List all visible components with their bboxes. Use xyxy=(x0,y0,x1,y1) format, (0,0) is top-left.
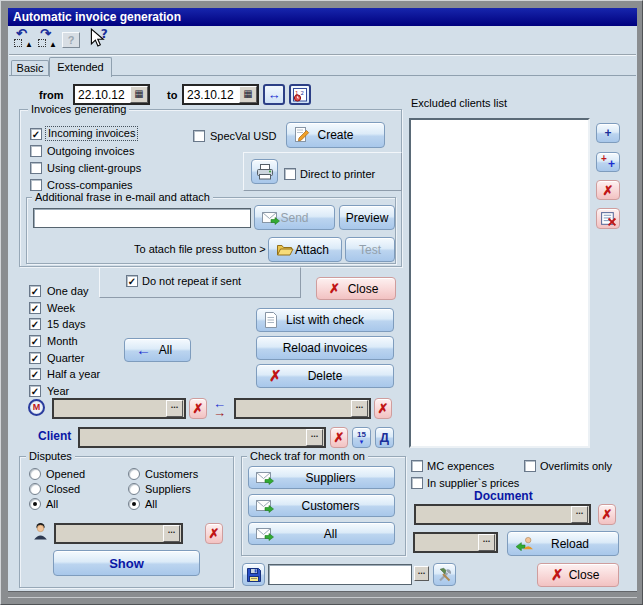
checkbox-supplier-prices[interactable] xyxy=(411,477,423,489)
radio-opened[interactable] xyxy=(29,468,41,480)
send-button[interactable]: Send xyxy=(254,205,335,230)
test-button[interactable]: Test xyxy=(345,237,395,262)
close-bottom-button[interactable]: ✗ Close xyxy=(537,563,619,587)
label-quarter[interactable]: Quarter xyxy=(47,352,84,365)
document-clear-button[interactable]: ✗ xyxy=(598,504,616,525)
from-date-input[interactable] xyxy=(75,86,130,103)
document-small-field[interactable]: ... xyxy=(413,532,498,553)
label-year[interactable]: Year xyxy=(47,385,69,398)
radio-all-kind[interactable] xyxy=(128,498,140,510)
checkbox-quarter[interactable]: ✓ xyxy=(29,352,41,364)
checkbox-overlimits[interactable] xyxy=(524,460,536,472)
checkbox-direct-to-printer[interactable] xyxy=(284,168,296,180)
label-week[interactable]: Week xyxy=(47,302,75,315)
to-calendar-button[interactable]: ▦ xyxy=(239,86,257,103)
label-closed[interactable]: Closed xyxy=(46,483,80,496)
rotate-left-toolbar-button[interactable]: ↶ ▲ xyxy=(13,30,33,49)
help-button[interactable]: ? xyxy=(62,32,80,48)
reload-button[interactable]: Reload xyxy=(507,531,619,556)
checkbox-mc-expences[interactable] xyxy=(411,460,423,472)
manager-clear-button[interactable]: ✗ xyxy=(189,398,207,419)
label-no-repeat[interactable]: Do not repeat if sent xyxy=(142,275,241,288)
tab-basic[interactable]: Basic xyxy=(11,60,49,76)
label-using-client-groups[interactable]: Using client-groups xyxy=(47,162,141,175)
radio-closed[interactable] xyxy=(29,483,41,495)
label-opened[interactable]: Opened xyxy=(46,468,85,481)
all-periods-button[interactable]: ← All xyxy=(124,338,191,362)
second-clear-button[interactable]: ✗ xyxy=(374,398,392,419)
company-logo-icon[interactable]: M xyxy=(28,399,45,416)
checkbox-half-year[interactable]: ✓ xyxy=(29,368,41,380)
checkbox-one-day[interactable]: ✓ xyxy=(29,285,41,297)
client-lookup-field[interactable]: ... xyxy=(78,427,326,448)
attach-button[interactable]: Attach xyxy=(268,237,342,262)
show-button[interactable]: Show xyxy=(53,550,200,576)
manager-browse-button[interactable]: ... xyxy=(166,400,183,417)
to-date-input[interactable] xyxy=(184,86,239,103)
checkbox-specval-usd[interactable] xyxy=(193,130,205,142)
preview-button[interactable]: Preview xyxy=(339,205,395,230)
disputes-browse-button[interactable]: ... xyxy=(163,525,180,542)
document-small-browse-button[interactable]: ... xyxy=(478,534,495,551)
label-customers[interactable]: Customers xyxy=(145,468,198,481)
cyrillic-d-button[interactable]: Д xyxy=(375,427,394,448)
printer-button[interactable] xyxy=(251,159,278,184)
template-browse-button[interactable]: ... xyxy=(414,566,429,581)
template-input[interactable] xyxy=(269,566,411,585)
to-date-field[interactable]: ▦ xyxy=(182,84,259,105)
manager-lookup-field[interactable]: ... xyxy=(52,398,186,419)
label-specval-usd[interactable]: SpecVal USD xyxy=(210,130,276,143)
label-month[interactable]: Month xyxy=(47,335,78,348)
settings-button[interactable] xyxy=(433,563,456,586)
label-15-days[interactable]: 15 days xyxy=(47,318,86,331)
traf-all-button[interactable]: All xyxy=(248,522,395,545)
day-of-month-button[interactable]: 15 ▼ xyxy=(352,427,371,448)
traf-customers-button[interactable]: Customers xyxy=(248,494,395,517)
delete-button[interactable]: ✗ Delete xyxy=(256,364,394,388)
checkbox-incoming-invoices[interactable]: ✓ xyxy=(30,128,42,140)
radio-customers[interactable] xyxy=(128,468,140,480)
checkbox-15-days[interactable]: ✓ xyxy=(29,318,41,330)
checkbox-month[interactable]: ✓ xyxy=(29,335,41,347)
create-button[interactable]: Create xyxy=(286,122,385,148)
remove-client-button[interactable]: ✗ xyxy=(596,180,620,200)
add-client-button[interactable]: + xyxy=(596,123,620,143)
client-browse-button[interactable]: ... xyxy=(306,429,323,446)
excluded-clients-listbox[interactable] xyxy=(409,118,590,448)
rotate-right-toolbar-button[interactable]: ↷ ▲ xyxy=(37,30,57,49)
title-bar[interactable]: Automatic invoice generation xyxy=(8,8,637,26)
swap-arrows-icon[interactable]: ← → xyxy=(213,399,231,417)
traf-suppliers-button[interactable]: Suppliers xyxy=(248,466,395,489)
label-suppliers[interactable]: Suppliers xyxy=(145,483,191,496)
tab-extended[interactable]: Extended xyxy=(49,57,112,77)
checkbox-outgoing-invoices[interactable] xyxy=(30,145,42,157)
from-calendar-button[interactable]: ▦ xyxy=(130,86,148,103)
save-button[interactable] xyxy=(242,563,265,586)
period-calendar-button[interactable] xyxy=(289,84,311,105)
add-group-button[interactable]: + + xyxy=(596,152,620,172)
label-all-status[interactable]: All xyxy=(46,498,58,511)
context-help-icon[interactable] xyxy=(87,28,109,50)
reload-invoices-button[interactable]: Reload invoices xyxy=(256,336,394,360)
disputes-person-field[interactable]: ... xyxy=(54,523,183,544)
checkbox-year[interactable]: ✓ xyxy=(29,385,41,397)
second-browse-button[interactable]: ... xyxy=(351,400,368,417)
label-all-kind[interactable]: All xyxy=(145,498,157,511)
client-clear-button[interactable]: ✗ xyxy=(330,427,348,448)
document-browse-button[interactable]: ... xyxy=(571,506,588,523)
checkbox-cross-companies[interactable] xyxy=(30,179,42,191)
date-span-button[interactable]: ↔ xyxy=(263,84,285,105)
label-incoming-invoices[interactable]: Incoming invoices xyxy=(45,126,138,141)
list-with-check-button[interactable]: List with check xyxy=(256,308,394,332)
radio-all-status[interactable] xyxy=(29,498,41,510)
label-overlimits[interactable]: Overlimits only xyxy=(540,460,612,473)
checkbox-week[interactable]: ✓ xyxy=(29,302,41,314)
checkbox-no-repeat[interactable]: ✓ xyxy=(126,275,138,287)
checkbox-using-client-groups[interactable] xyxy=(30,162,42,174)
clear-list-button[interactable] xyxy=(596,208,620,229)
label-mc-expences[interactable]: MC expences xyxy=(427,460,494,473)
label-outgoing-invoices[interactable]: Outgoing invoices xyxy=(47,145,134,158)
radio-suppliers[interactable] xyxy=(128,483,140,495)
close-top-button[interactable]: ✗ Close xyxy=(316,277,396,300)
second-lookup-field[interactable]: ... xyxy=(234,398,371,419)
